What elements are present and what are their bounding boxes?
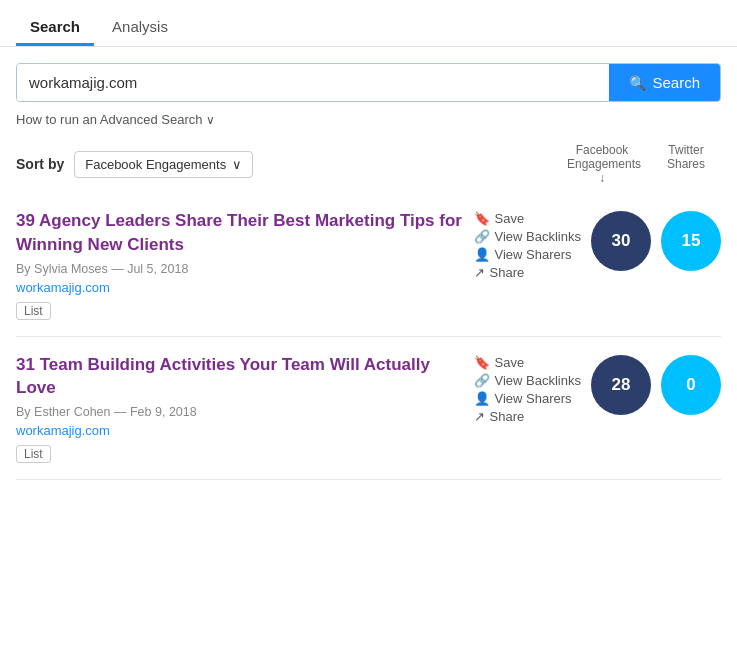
column-headers: Facebook Engagements ↓ Twitter Shares	[567, 143, 721, 185]
share-icon: ↗	[474, 265, 485, 280]
chevron-down-icon: ∨	[206, 113, 215, 127]
result-meta: By Esther Cohen — Feb 9, 2018	[16, 405, 464, 419]
backlinks-icon: 🔗	[474, 229, 490, 244]
save-action[interactable]: 🔖 Save	[474, 355, 581, 370]
results-list: 39 Agency Leaders Share Their Best Marke…	[0, 193, 737, 480]
search-section: 🔍 Search How to run an Advanced Search ∨	[0, 47, 737, 143]
result-title[interactable]: 31 Team Building Activities Your Team Wi…	[16, 353, 464, 401]
result-date: Feb 9, 2018	[130, 405, 197, 419]
result-tag: List	[16, 302, 51, 320]
tw-stat-circle: 0	[661, 355, 721, 415]
result-item: 31 Team Building Activities Your Team Wi…	[16, 337, 721, 481]
search-input[interactable]	[17, 64, 609, 101]
dropdown-chevron-icon: ∨	[232, 157, 242, 172]
search-icon: 🔍	[629, 75, 646, 91]
sort-dropdown[interactable]: Facebook Engagements ∨	[74, 151, 253, 178]
advanced-search-text: How to run an Advanced Search	[16, 112, 202, 127]
tab-analysis[interactable]: Analysis	[98, 10, 182, 46]
result-date: Jul 5, 2018	[127, 262, 188, 276]
share-action[interactable]: ↗ Share	[474, 265, 581, 280]
sort-selected-value: Facebook Engagements	[85, 157, 226, 172]
fb-stat-circle: 28	[591, 355, 651, 415]
view-sharers-action[interactable]: 👤 View Sharers	[474, 247, 581, 262]
sharers-icon: 👤	[474, 391, 490, 406]
fb-engagements-header: Facebook Engagements ↓	[567, 143, 637, 185]
tw-count: 0	[686, 375, 695, 395]
save-action[interactable]: 🔖 Save	[474, 211, 581, 226]
search-bar: 🔍 Search	[16, 63, 721, 102]
result-dash: —	[114, 405, 130, 419]
result-title[interactable]: 39 Agency Leaders Share Their Best Marke…	[16, 209, 464, 257]
backlinks-icon: 🔗	[474, 373, 490, 388]
save-icon: 🔖	[474, 211, 490, 226]
sort-arrow-icon: ↓	[599, 171, 605, 185]
sort-by-label: Sort by	[16, 156, 64, 172]
advanced-search-link[interactable]: How to run an Advanced Search ∨	[16, 112, 721, 143]
result-domain[interactable]: workamajig.com	[16, 280, 464, 295]
sharers-icon: 👤	[474, 247, 490, 262]
result-meta: By Sylvia Moses — Jul 5, 2018	[16, 262, 464, 276]
result-tag: List	[16, 445, 51, 463]
twitter-shares-header: Twitter Shares	[651, 143, 721, 185]
result-item: 39 Agency Leaders Share Their Best Marke…	[16, 193, 721, 337]
tw-count: 15	[682, 231, 701, 251]
result-domain[interactable]: workamajig.com	[16, 423, 464, 438]
result-dash: —	[111, 262, 127, 276]
result-content: 31 Team Building Activities Your Team Wi…	[16, 353, 464, 464]
view-backlinks-action[interactable]: 🔗 View Backlinks	[474, 373, 581, 388]
view-backlinks-action[interactable]: 🔗 View Backlinks	[474, 229, 581, 244]
view-sharers-action[interactable]: 👤 View Sharers	[474, 391, 581, 406]
result-author: By Sylvia Moses	[16, 262, 108, 276]
result-author: By Esther Cohen	[16, 405, 111, 419]
result-stats: 30 15	[591, 209, 721, 271]
result-stats: 28 0	[591, 353, 721, 415]
result-actions: 🔖 Save 🔗 View Backlinks 👤 View Sharers ↗…	[464, 353, 591, 424]
fb-count: 30	[612, 231, 631, 251]
fb-stat-circle: 30	[591, 211, 651, 271]
result-content: 39 Agency Leaders Share Their Best Marke…	[16, 209, 464, 320]
share-icon: ↗	[474, 409, 485, 424]
search-button-label: Search	[652, 74, 700, 91]
tabs-bar: Search Analysis	[0, 0, 737, 47]
fb-count: 28	[612, 375, 631, 395]
share-action[interactable]: ↗ Share	[474, 409, 581, 424]
tab-search[interactable]: Search	[16, 10, 94, 46]
sort-section: Sort by Facebook Engagements ∨ Facebook …	[0, 143, 737, 185]
result-actions: 🔖 Save 🔗 View Backlinks 👤 View Sharers ↗…	[464, 209, 591, 280]
sort-left: Sort by Facebook Engagements ∨	[16, 151, 253, 178]
tw-stat-circle: 15	[661, 211, 721, 271]
save-icon: 🔖	[474, 355, 490, 370]
search-button[interactable]: 🔍 Search	[609, 64, 720, 101]
